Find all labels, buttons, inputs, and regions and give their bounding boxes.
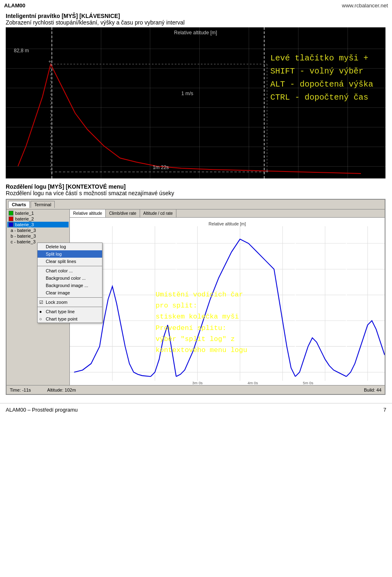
context-menu-bg-color[interactable]: Background color ... (38, 274, 102, 282)
overlay-line4: CTRL - dopočtený čas (270, 91, 373, 104)
radio-icon: ○ (39, 316, 42, 321)
annotation-text: Umístění vodících čar pro split: stiskem… (156, 289, 247, 356)
annotation-line6: výběr "split log" z (156, 334, 247, 345)
section2-title-suffix: [MYŠ] [KONTEXTOVÉ menu] (47, 183, 126, 190)
app-statusbar: Time: -11s Altitude: 102m Build: 44 (7, 385, 385, 394)
annotation-line7: kontextového menu logu (156, 345, 247, 356)
top-chart: Relative altitude [m] + + Levé tlačítko … (6, 27, 385, 178)
context-menu-separator2 (38, 297, 102, 298)
context-menu-split-log[interactable]: Split log (38, 250, 102, 258)
section2-subtitle: Rozdělení logu na více částí s možností … (6, 190, 174, 196)
sub-flight-name: a - baterie_3 (11, 228, 36, 233)
app-chart-panel: Relative altitude Climb/dive rate Altitu… (70, 209, 385, 385)
flight-item-baterie1[interactable]: baterie_1 (7, 210, 69, 216)
chart-label-speed: 1 m/s (181, 91, 193, 96)
overlay-line2: SHIFT - volný výběr (270, 65, 373, 78)
section1-title: Inteligentní pravítko (6, 13, 60, 19)
chart-overlay-text: Levé tlačítko myši + SHIFT - volný výběr… (270, 52, 373, 104)
status-time: Time: -11s (10, 388, 31, 392)
context-menu-clear-image[interactable]: Clear image (38, 289, 102, 296)
chart-label-time: 1m 22s (153, 165, 169, 170)
chart-label-altitude: 82,8 m (14, 48, 29, 53)
context-menu-separator (38, 266, 102, 266)
footer-right: 7 (383, 407, 386, 413)
context-menu-bg-image[interactable]: Background image ... (38, 282, 102, 289)
tab-terminal[interactable]: Terminal (31, 201, 55, 208)
page-header: ALAM00 www.rcbalancer.net (0, 0, 392, 11)
section2-title: Rozdělení logu (6, 183, 47, 190)
svg-text:4m 0s: 4m 0s (247, 381, 258, 385)
svg-text:+: + (265, 169, 268, 174)
radio-icon: ● (39, 309, 42, 314)
sub-flight-name: b - baterie_3 (11, 234, 36, 238)
overlay-line3: ALT - dopočtená výška (270, 78, 373, 91)
overlay-line1: Levé tlačítko myši + (270, 52, 373, 65)
context-menu: Delete log Split log Clear split lines C… (37, 243, 102, 323)
lock-zoom-label: Lock zoom (46, 300, 67, 305)
context-menu-delete-log[interactable]: Delete log (38, 243, 102, 250)
annotation-line3: stiskem kolečka myši (156, 311, 247, 322)
context-menu-chart-color[interactable]: Chart color ... (38, 267, 102, 274)
annotation-line2: pro split: (156, 300, 247, 311)
chart-type-line-label: Chart type line (46, 309, 75, 314)
flight-name: baterie_1 (15, 211, 34, 216)
context-menu-chart-type-line[interactable]: ● Chart type line (38, 308, 102, 315)
flight-name: baterie_2 (15, 216, 34, 221)
chart-tab-altitude-cd[interactable]: Altitude / cd rate (140, 209, 176, 217)
context-menu-lock-zoom[interactable]: ☑ Lock zoom (38, 299, 102, 306)
footer-left: ALAM00 – Prostředí programu (6, 407, 78, 413)
sub-flight-b[interactable]: b - baterie_3 (7, 233, 69, 239)
context-menu-clear-split-lines[interactable]: Clear split lines (38, 258, 102, 265)
annotation-line1: Umístění vodících čar (156, 289, 247, 300)
section1-header: Inteligentní pravítko [MYŠ] [KLÁVESNICE]… (6, 13, 386, 26)
status-altitude: Altitude: 102m (47, 388, 76, 392)
app-screenshot: Charts Terminal baterie_1 baterie_2 (6, 199, 385, 395)
annotation-line5: Provedení splitu: (156, 323, 247, 334)
flight-name: baterie_3 (15, 222, 34, 227)
context-menu-separator3 (38, 307, 102, 307)
svg-text:5m 0s: 5m 0s (303, 381, 314, 385)
flight-item-baterie3[interactable]: baterie_3 (7, 222, 69, 227)
status-build: Build: 44 (364, 388, 381, 392)
header-left: ALAM00 (4, 2, 25, 9)
app-topbar: Charts Terminal (7, 200, 385, 209)
svg-text:3m 0s: 3m 0s (192, 381, 203, 385)
flight-color-dot (9, 222, 13, 227)
main-content: Inteligentní pravítko [MYŠ] [KLÁVESNICE]… (0, 11, 392, 399)
flight-color-dot (9, 211, 13, 216)
section1-subtitle: Zobrazení rychlosti stoupání/klesání, vý… (6, 19, 185, 26)
section1-title-suffix: [MYŠ] [KLÁVESNICE] (60, 13, 120, 19)
tab-charts[interactable]: Charts (8, 201, 30, 208)
chart-tabs: Relative altitude Climb/dive rate Altitu… (70, 209, 385, 218)
chart-tab-relative-altitude[interactable]: Relative altitude (70, 209, 106, 217)
svg-text:Relative altitude [m]: Relative altitude [m] (209, 222, 246, 226)
chart-type-point-label: Chart type point (46, 316, 78, 321)
sub-flight-name: c - baterie_3 (11, 239, 36, 244)
flight-item-baterie2[interactable]: baterie_2 (7, 216, 69, 222)
context-menu-chart-type-point[interactable]: ○ Chart type point (38, 315, 102, 323)
section2-header: Rozdělení logu [MYŠ] [KONTEXTOVÉ menu] R… (6, 183, 386, 196)
header-right: www.rcbalancer.net (342, 2, 388, 9)
svg-text:+: + (48, 59, 51, 65)
check-icon: ☑ (39, 300, 43, 305)
chart-tab-climb-rate[interactable]: Climb/dive rate (106, 209, 140, 217)
page-footer: ALAM00 – Prostředí programu 7 (0, 403, 392, 416)
sub-flight-a[interactable]: a - baterie_3 (7, 227, 69, 233)
flight-color-dot (9, 216, 13, 221)
